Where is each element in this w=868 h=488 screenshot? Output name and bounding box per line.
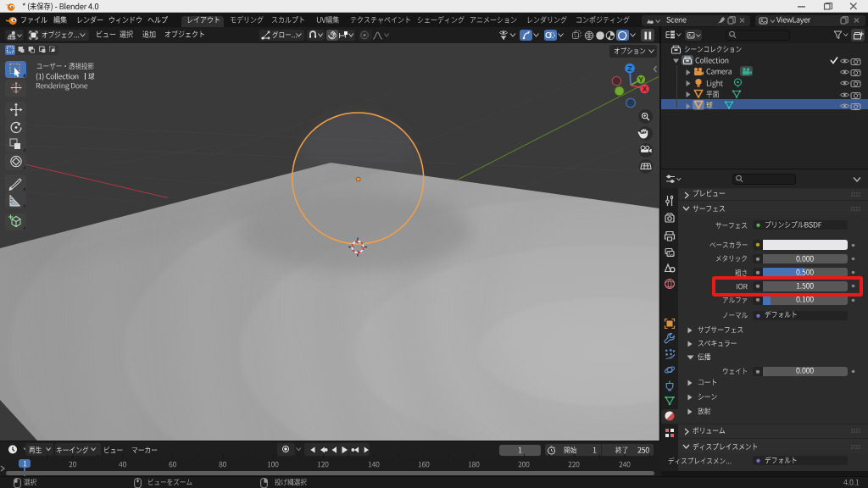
svg-text:X: X — [643, 85, 648, 93]
svg-text:Y: Y — [638, 75, 643, 84]
svg-text:Z: Z — [627, 64, 632, 73]
